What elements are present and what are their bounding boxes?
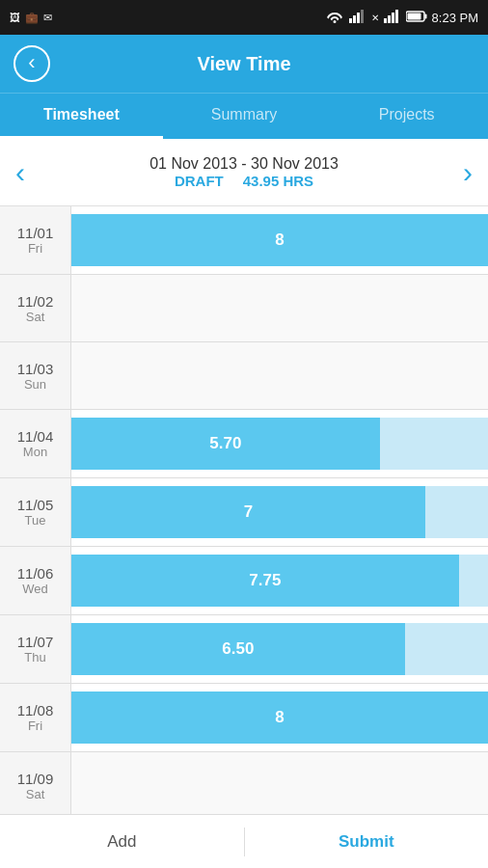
svg-rect-3: [361, 10, 364, 23]
day-number: 11/08: [17, 702, 54, 719]
entry-bar-container: 7.75: [71, 547, 488, 614]
day-name: Wed: [22, 582, 48, 596]
svg-rect-2: [357, 13, 360, 23]
photo-icon: 🖼: [10, 12, 20, 23]
entry-date-1108: 11/08 Fri: [0, 684, 71, 751]
entry-date-1105: 11/05 Tue: [0, 478, 71, 546]
entry-row[interactable]: 11/06 Wed 7.75: [0, 547, 488, 615]
hours-label: 7: [244, 502, 253, 522]
entry-row[interactable]: 11/08 Fri 8: [0, 684, 488, 752]
day-number: 11/01: [17, 225, 54, 241]
bottom-bar: Add Submit: [0, 814, 488, 868]
day-name: Sat: [26, 787, 45, 801]
submit-button[interactable]: Submit: [245, 832, 489, 852]
day-number: 11/02: [17, 293, 54, 310]
entry-bar-container: [71, 275, 488, 341]
day-name: Tue: [25, 513, 46, 528]
day-number: 11/07: [17, 634, 54, 650]
time-display: 8:23 PM: [432, 11, 478, 25]
page-title: View Time: [197, 53, 290, 75]
entry-bar-container: 8: [71, 206, 488, 274]
entry-date-1104: 11/04 Mon: [0, 410, 71, 477]
prev-date-button[interactable]: ‹: [15, 158, 25, 187]
entries-list: 11/01 Fri 8 11/02 Sat 11/03 Sun 11/04 Mo…: [0, 206, 488, 814]
day-name: Thu: [24, 650, 45, 665]
hours-bar: 5.70: [71, 418, 380, 470]
hours-bar: 6.50: [71, 623, 405, 675]
secondary-bar: [425, 486, 488, 538]
entry-bar-container: 5.70: [71, 410, 488, 477]
day-name: Mon: [23, 445, 47, 459]
svg-rect-5: [388, 15, 391, 23]
entry-date-1102: 11/02 Sat: [0, 275, 71, 341]
secondary-bar: [459, 555, 488, 607]
signal-bars-icon: [384, 10, 401, 25]
header: ‹ View Time: [0, 35, 488, 93]
hours-bar: 8: [71, 692, 488, 744]
hours-label: 6.50: [222, 639, 254, 659]
entry-row[interactable]: 11/03 Sun: [0, 342, 488, 410]
add-button[interactable]: Add: [0, 832, 244, 852]
entry-date-1103: 11/03 Sun: [0, 342, 71, 409]
hours-label: 7.75: [249, 571, 281, 590]
svg-rect-9: [424, 14, 426, 19]
svg-rect-7: [395, 10, 398, 23]
entry-row[interactable]: 11/09 Sat: [0, 752, 488, 814]
entry-bar-container: [71, 342, 488, 409]
hours-bar: 7.75: [71, 555, 459, 607]
hours-bar: 8: [71, 214, 488, 266]
entry-bar-container: 6.50: [71, 615, 488, 683]
x-icon: ✕: [371, 13, 379, 23]
day-number: 11/06: [17, 565, 54, 582]
date-status-row: DRAFT 43.95 HRS: [149, 173, 339, 189]
day-name: Sun: [24, 377, 46, 392]
tab-timesheet[interactable]: Timesheet: [0, 94, 163, 139]
hours-label: 5.70: [209, 434, 241, 453]
svg-rect-6: [392, 13, 394, 23]
entry-row[interactable]: 11/05 Tue 7: [0, 478, 488, 547]
status-icons-right: ✕ 8:23 PM: [325, 10, 478, 25]
tab-projects[interactable]: Projects: [325, 94, 488, 139]
back-button[interactable]: ‹: [14, 45, 50, 82]
svg-rect-0: [349, 18, 352, 23]
entry-bar-container: 7: [71, 478, 488, 546]
day-name: Sat: [26, 310, 45, 324]
hours-label: 8: [275, 708, 284, 727]
svg-rect-4: [384, 18, 387, 23]
hours-label: 8: [275, 231, 284, 250]
status-bar: 🖼 💼 ✉ ✕: [0, 0, 488, 35]
hours-total: 43.95 HRS: [243, 173, 313, 189]
secondary-bar: [380, 418, 488, 470]
entry-date-1101: 11/01 Fri: [0, 206, 71, 274]
battery-icon: [406, 11, 427, 24]
hours-bar: 7: [71, 486, 425, 538]
tab-summary[interactable]: Summary: [163, 94, 326, 139]
entry-row[interactable]: 11/01 Fri 8: [0, 206, 488, 275]
svg-rect-1: [353, 15, 356, 23]
date-range-text: 01 Nov 2013 - 30 Nov 2013: [149, 155, 339, 173]
day-name: Fri: [28, 719, 42, 733]
mail-icon: ✉: [43, 12, 52, 24]
day-number: 11/09: [17, 771, 54, 787]
date-navigation: ‹ 01 Nov 2013 - 30 Nov 2013 DRAFT 43.95 …: [0, 139, 488, 206]
entry-date-1106: 11/06 Wed: [0, 547, 71, 614]
entry-date-1109: 11/09 Sat: [0, 752, 71, 814]
entry-row[interactable]: 11/07 Thu 6.50: [0, 615, 488, 684]
svg-rect-10: [407, 14, 420, 20]
day-number: 11/05: [17, 497, 54, 513]
next-date-button[interactable]: ›: [463, 158, 473, 187]
wifi-icon: [325, 10, 344, 25]
draft-status: DRAFT: [175, 173, 224, 189]
briefcase-icon: 💼: [25, 12, 39, 24]
day-name: Fri: [28, 241, 42, 256]
status-icons-left: 🖼 💼 ✉: [10, 12, 52, 24]
secondary-bar: [405, 623, 488, 675]
entry-row[interactable]: 11/02 Sat: [0, 275, 488, 342]
signal-icon: [349, 10, 366, 25]
day-number: 11/04: [17, 428, 54, 445]
entry-bar-container: [71, 752, 488, 814]
entry-row[interactable]: 11/04 Mon 5.70: [0, 410, 488, 478]
entry-date-1107: 11/07 Thu: [0, 615, 71, 683]
tab-bar: Timesheet Summary Projects: [0, 93, 488, 139]
entry-bar-container: 8: [71, 684, 488, 751]
